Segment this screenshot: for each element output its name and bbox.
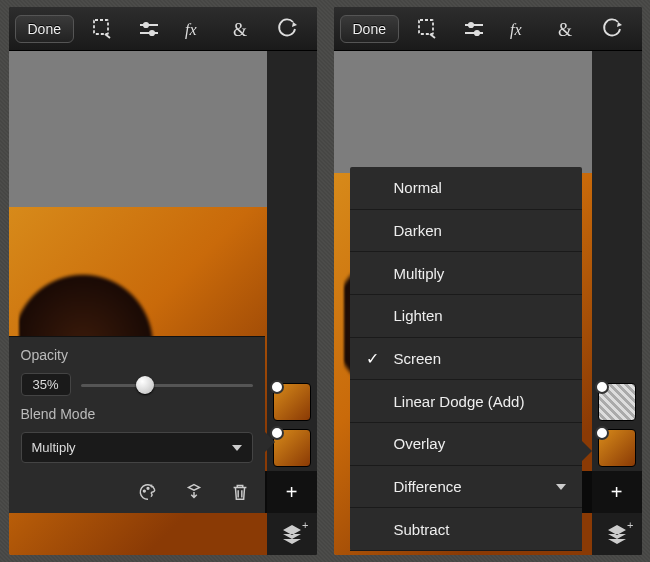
opacity-slider[interactable] [81, 377, 253, 393]
layer-thumb-1[interactable] [598, 383, 636, 421]
layers-panel-button[interactable]: + [592, 513, 642, 555]
svg-rect-10 [419, 20, 433, 34]
opacity-slider-knob[interactable] [136, 376, 154, 394]
ampersand-tool-icon[interactable]: & [224, 12, 258, 46]
svg-text:+: + [149, 482, 153, 491]
undo-icon[interactable] [595, 12, 629, 46]
chevron-down-icon [232, 445, 242, 451]
blend-mode-option-multiply[interactable]: Multiply [350, 252, 582, 295]
svg-text:fx: fx [510, 21, 522, 39]
layer-thumb-2[interactable] [598, 429, 636, 467]
opacity-label: Opacity [21, 347, 253, 363]
layer-thumb-1[interactable] [273, 383, 311, 421]
blend-mode-option-screen[interactable]: Screen [350, 338, 582, 381]
svg-text:fx: fx [185, 21, 197, 39]
toolbar-icons: fx & [74, 12, 311, 46]
selection-tool-icon[interactable] [411, 12, 445, 46]
selection-tool-icon[interactable] [86, 12, 120, 46]
blend-mode-option-normal[interactable]: Normal [350, 167, 582, 210]
svg-point-14 [475, 30, 479, 34]
menu-pointer-icon [582, 441, 592, 461]
blend-mode-option-subtract[interactable]: Subtract [350, 508, 582, 551]
canvas-empty-area [334, 51, 592, 173]
svg-point-3 [144, 22, 148, 26]
add-layer-button[interactable]: + [592, 471, 642, 513]
chevron-down-icon [556, 484, 566, 490]
done-button[interactable]: Done [15, 15, 74, 43]
done-button[interactable]: Done [340, 15, 399, 43]
app-window-right: Done fx & + + Normal Darken Multip [334, 7, 642, 555]
blend-mode-option-linear-dodge[interactable]: Linear Dodge (Add) [350, 380, 582, 423]
toolbar-icons: fx & [399, 12, 636, 46]
toolbar: Done fx & [9, 7, 317, 51]
svg-text:&: & [558, 20, 572, 40]
merge-down-icon[interactable] [181, 479, 207, 505]
blend-mode-option-difference[interactable]: Difference [350, 466, 582, 509]
palette-add-icon[interactable]: + [135, 479, 161, 505]
blend-mode-value: Multiply [32, 440, 76, 455]
layers-panel-button[interactable]: + [267, 513, 317, 555]
blend-mode-menu: Normal Darken Multiply Lighten Screen Li… [350, 167, 582, 551]
layer-action-icons: + [21, 473, 253, 505]
app-window-left: Done fx & + + Opacity 35% [9, 7, 317, 555]
trash-icon[interactable] [227, 479, 253, 505]
fx-tool-icon[interactable]: fx [178, 12, 212, 46]
blend-mode-option-darken[interactable]: Darken [350, 210, 582, 253]
blend-mode-select[interactable]: Multiply [21, 432, 253, 463]
svg-rect-0 [94, 20, 108, 34]
add-layer-button[interactable]: + [267, 471, 317, 513]
svg-point-8 [147, 487, 149, 489]
undo-icon[interactable] [270, 12, 304, 46]
fx-tool-icon[interactable]: fx [503, 12, 537, 46]
svg-point-7 [143, 490, 145, 492]
panel-pointer-icon [265, 432, 275, 452]
toolbar: Done fx & [334, 7, 642, 51]
canvas-empty-area [9, 51, 267, 207]
adjust-tool-icon[interactable] [132, 12, 166, 46]
svg-text:&: & [233, 20, 247, 40]
layers-column: + + [267, 51, 317, 555]
blend-mode-option-overlay[interactable]: Overlay [350, 423, 582, 466]
layer-thumb-2[interactable] [273, 429, 311, 467]
opacity-value-field[interactable]: 35% [21, 373, 71, 396]
layers-column: + + [592, 51, 642, 555]
blend-mode-option-lighten[interactable]: Lighten [350, 295, 582, 338]
plus-badge-icon: + [302, 519, 308, 531]
blend-mode-label: Blend Mode [21, 406, 253, 422]
plus-badge-icon: + [627, 519, 633, 531]
svg-point-13 [469, 22, 473, 26]
layer-options-panel: Opacity 35% Blend Mode Multiply + [9, 336, 265, 513]
adjust-tool-icon[interactable] [457, 12, 491, 46]
ampersand-tool-icon[interactable]: & [549, 12, 583, 46]
svg-point-4 [150, 30, 154, 34]
